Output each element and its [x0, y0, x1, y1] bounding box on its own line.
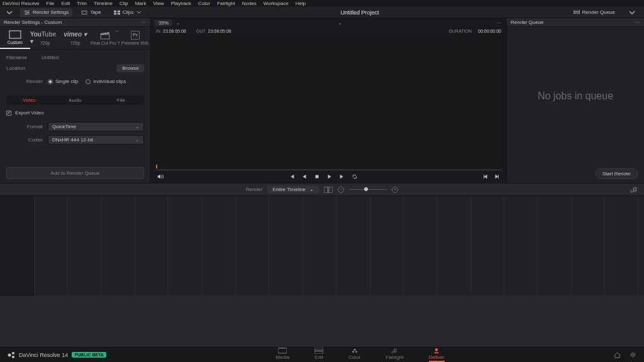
render-scope-select[interactable]: Entire Timeline ⌄ [267, 185, 319, 194]
preset-vimeo[interactable]: vimeo ▾ 720p [60, 27, 91, 49]
project-title: Untitled Project [341, 9, 379, 16]
queue-icon [574, 10, 580, 15]
toolbar-expand-left[interactable] [4, 8, 18, 17]
duration-timecode: 00:00:00:00 [478, 29, 501, 33]
play-icon[interactable] [326, 173, 333, 180]
settings-tabs: Video Audio File [6, 96, 144, 105]
timeline-tracks[interactable] [0, 195, 644, 296]
preset-label: Custom [8, 40, 23, 45]
svg-point-19 [12, 356, 14, 358]
tab-file[interactable]: File [98, 96, 144, 105]
filename-value[interactable]: Untitled [42, 55, 144, 60]
menu-edit[interactable]: Edit [61, 1, 70, 6]
menu-nodes[interactable]: Nodes [242, 1, 257, 6]
in-timecode[interactable]: 23:08:05:08 [163, 29, 186, 33]
panel-menu-icon[interactable]: ⋯ [141, 19, 147, 25]
menu-color[interactable]: Color [198, 1, 210, 6]
render-settings-title: Render Settings - Custom [4, 19, 62, 25]
youtube-icon: YouTube ▾ [30, 31, 60, 40]
viewer-canvas[interactable] [151, 35, 506, 168]
menu-mark[interactable]: Mark [135, 1, 147, 6]
loop-icon[interactable] [352, 173, 358, 180]
render-settings-button[interactable]: Render Settings [20, 8, 72, 17]
svg-rect-10 [574, 10, 580, 11]
zoom-level[interactable]: 35% [155, 19, 172, 26]
page-edit[interactable]: Edit [314, 348, 323, 362]
chevron-down-icon[interactable]: ⌄ [338, 20, 342, 26]
gear-icon[interactable] [630, 351, 636, 358]
page-tabs: DaVinci Resolve 14 PUBLIC BETA Media Edi… [0, 347, 644, 362]
codec-select[interactable]: DNxHR 444 12-bit ⌄ [48, 135, 144, 145]
tab-video[interactable]: Video [6, 96, 52, 105]
preset-youtube[interactable]: YouTube ▾ 720p [30, 27, 60, 49]
toolbar: Render Settings Tape Clips Untitled Proj… [0, 7, 644, 18]
filename-label: Filename [6, 55, 36, 60]
menu-file[interactable]: File [47, 1, 55, 6]
svg-point-5 [86, 12, 87, 13]
menu-timeline[interactable]: Timeline [94, 1, 113, 6]
svg-rect-20 [278, 348, 287, 353]
add-to-render-queue-button[interactable]: Add to Render Queue [6, 167, 144, 179]
tab-audio[interactable]: Audio [52, 96, 98, 105]
individual-clips-radio[interactable] [86, 79, 91, 84]
page-media[interactable]: Media [275, 348, 289, 362]
page-deliver[interactable]: Deliver [429, 348, 445, 362]
page-fairlight[interactable]: Fairlight [386, 348, 403, 362]
tape-button[interactable]: Tape [77, 8, 104, 17]
svg-rect-6 [114, 10, 116, 12]
preset-premiere[interactable]: Pr Premiere XML [120, 27, 150, 49]
single-clip-radio[interactable] [48, 79, 53, 84]
render-queue-title: Render Queue [511, 19, 543, 25]
menu-clip[interactable]: Clip [119, 1, 128, 6]
svg-point-27 [632, 354, 635, 356]
menu-help[interactable]: Help [296, 1, 306, 6]
format-select[interactable]: QuickTime ⌄ [48, 122, 144, 131]
stop-icon[interactable] [314, 173, 320, 180]
menu-trim[interactable]: Trim [77, 1, 87, 6]
svg-rect-7 [118, 10, 120, 12]
page-color[interactable]: Color [348, 348, 360, 362]
clips-label: Clips [123, 9, 134, 15]
menu-app[interactable]: DaVinci Resolve [3, 1, 40, 6]
menu-workspace[interactable]: Workspace [264, 1, 289, 6]
svg-rect-9 [118, 13, 120, 14]
track-body[interactable] [34, 196, 644, 296]
start-render-button[interactable]: Start Render [596, 168, 638, 179]
duration-label: DURATION [449, 29, 472, 33]
zoom-out-icon[interactable]: − [338, 187, 344, 193]
individual-clips-label: Individual clips [93, 79, 126, 84]
mark-out-icon[interactable] [494, 173, 500, 180]
play-reverse-icon[interactable] [301, 173, 308, 180]
render-settings-panel: Render Settings - Custom ⋯ Custom YouTub… [0, 18, 150, 183]
premiere-icon: Pr [131, 31, 140, 40]
panel-menu-icon[interactable]: ⋯ [635, 19, 640, 25]
menu-view[interactable]: View [153, 1, 164, 6]
track-headers[interactable] [0, 196, 34, 296]
timecode-row: IN 23:08:05:08 OUT 23:08:05:08 DURATION … [151, 27, 506, 35]
mark-in-icon[interactable] [482, 173, 489, 180]
svg-point-18 [12, 352, 14, 354]
zoom-slider[interactable] [349, 189, 387, 190]
last-frame-icon[interactable] [339, 173, 345, 180]
preset-custom[interactable]: Custom [0, 27, 30, 49]
zoom-in-icon[interactable]: + [392, 187, 398, 193]
clips-button[interactable]: Clips [110, 8, 145, 17]
volume-icon[interactable] [157, 173, 164, 180]
out-timecode[interactable]: 23:08:05:08 [208, 29, 231, 33]
preset-fcp[interactable]: Final Cut Pro 7 [90, 27, 120, 49]
menu-playback[interactable]: Playback [171, 1, 191, 6]
viewer-menu-icon[interactable]: ⋯ [497, 20, 502, 26]
svg-rect-13 [101, 35, 109, 39]
browse-button[interactable]: Browse [117, 64, 144, 72]
single-clip-label: Single clip [55, 79, 78, 84]
render-queue-button[interactable]: Render Queue [570, 8, 619, 17]
chevron-down-icon[interactable]: ⌄ [176, 20, 180, 26]
render-scope-value: Entire Timeline [272, 187, 306, 192]
export-video-checkbox[interactable]: ✓ [6, 111, 11, 116]
menu-fairlight[interactable]: Fairlight [217, 1, 235, 6]
thumbnail-view-icon[interactable] [324, 187, 333, 193]
first-frame-icon[interactable] [289, 173, 295, 180]
toolbar-expand-right[interactable] [626, 8, 640, 17]
music-note-icon[interactable] [630, 186, 638, 194]
home-icon[interactable] [614, 351, 621, 358]
